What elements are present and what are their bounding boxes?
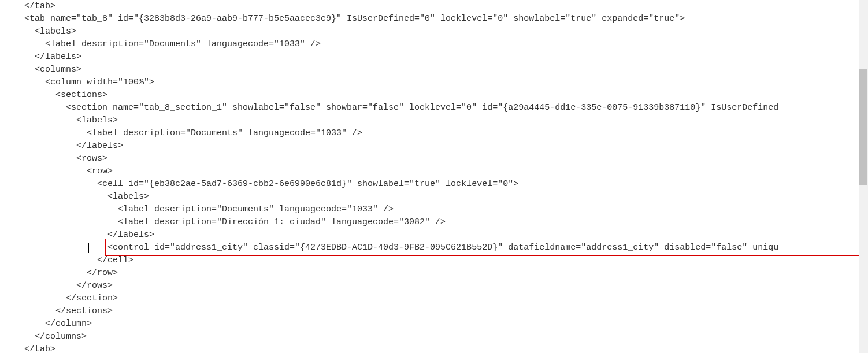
code-line[interactable]: <section name="tab_8_section_1" showlabe… (24, 102, 868, 114)
vertical-scrollbar[interactable] (859, 0, 868, 353)
code-line[interactable]: <rows> (24, 153, 868, 165)
code-line[interactable]: <labels> (24, 191, 868, 203)
code-line[interactable]: </cell> (24, 254, 868, 267)
code-line[interactable]: <cell id="{eb38c2ae-5ad7-6369-cbb2-6e699… (24, 178, 868, 191)
code-line[interactable]: <label description="Dirección 1: ciudad"… (24, 216, 868, 229)
code-line[interactable]: </column> (24, 318, 868, 330)
code-line[interactable]: </labels> (24, 229, 868, 241)
text-cursor (88, 243, 89, 253)
code-line[interactable]: <labels> (24, 114, 868, 127)
code-line[interactable]: </columns> (24, 330, 868, 343)
code-line[interactable]: </tab> (24, 0, 868, 13)
code-line[interactable]: <columns> (24, 64, 868, 76)
code-line[interactable]: <label description="Documents" languagec… (24, 38, 868, 51)
code-line[interactable]: </tab> (24, 343, 868, 353)
code-line[interactable]: <control id="address1_city" classid="{42… (24, 241, 868, 254)
code-line[interactable]: </row> (24, 267, 868, 280)
code-line[interactable]: <labels> (24, 25, 868, 38)
code-line[interactable]: </labels> (24, 140, 868, 153)
code-line[interactable]: <label description="Documents" languagec… (24, 127, 868, 140)
code-line[interactable]: </section> (24, 292, 868, 305)
code-line[interactable]: </sections> (24, 305, 868, 318)
code-line[interactable]: <tab name="tab_8" id="{3283b8d3-26a9-aab… (24, 13, 868, 25)
code-line[interactable]: <sections> (24, 89, 868, 102)
code-block[interactable]: </tab><tab name="tab_8" id="{3283b8d3-26… (0, 0, 868, 353)
code-line[interactable]: </rows> (24, 280, 868, 292)
code-line[interactable]: <column width="100%"> (24, 76, 868, 89)
code-line[interactable]: </labels> (24, 51, 868, 64)
code-line[interactable]: <label description="Documents" languagec… (24, 203, 868, 216)
code-line[interactable]: <row> (24, 165, 868, 178)
scrollbar-thumb[interactable] (859, 69, 867, 185)
